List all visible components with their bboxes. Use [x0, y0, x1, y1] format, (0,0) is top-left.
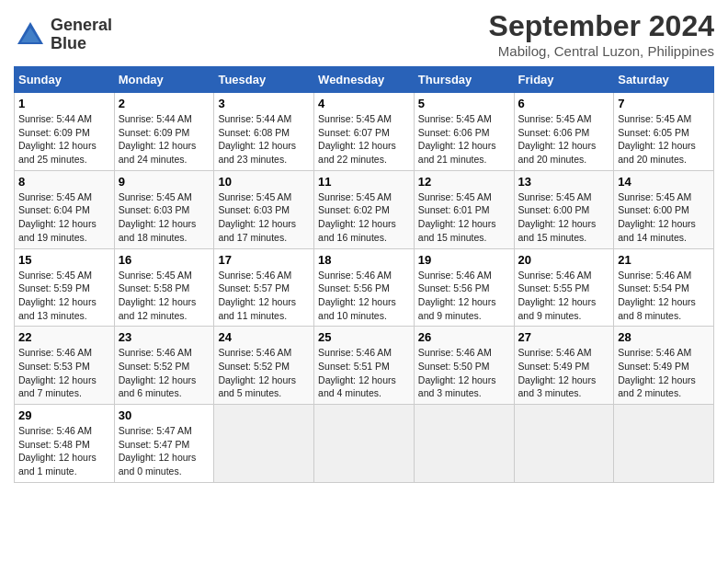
day-number: 13	[518, 175, 610, 189]
calendar-cell: 11Sunrise: 5:45 AMSunset: 6:02 PMDayligh…	[314, 170, 415, 248]
day-number: 4	[318, 97, 410, 110]
day-info: Sunrise: 5:45 AMSunset: 6:07 PMDaylight:…	[318, 112, 410, 167]
day-number: 30	[119, 408, 210, 422]
calendar-week-row: 1Sunrise: 5:44 AMSunset: 6:09 PMDaylight…	[15, 93, 714, 171]
calendar-cell: 24Sunrise: 5:46 AMSunset: 5:52 PMDayligh…	[214, 327, 314, 405]
logo-icon	[14, 18, 47, 52]
day-info: Sunrise: 5:45 AMSunset: 5:58 PMDaylight:…	[119, 269, 210, 323]
day-info: Sunrise: 5:45 AMSunset: 6:04 PMDaylight:…	[18, 190, 110, 245]
title-area: September 2024 Mabilog, Central Luzon, P…	[489, 9, 714, 59]
logo-text: General Blue	[51, 17, 112, 53]
day-info: Sunrise: 5:44 AMSunset: 6:09 PMDaylight:…	[119, 112, 210, 167]
day-info: Sunrise: 5:46 AMSunset: 5:56 PMDaylight:…	[418, 269, 510, 323]
calendar-cell: 3Sunrise: 5:44 AMSunset: 6:08 PMDaylight…	[214, 93, 314, 171]
day-number: 20	[518, 253, 610, 267]
day-info: Sunrise: 5:46 AMSunset: 5:55 PMDaylight:…	[518, 269, 610, 323]
calendar-cell: 14Sunrise: 5:45 AMSunset: 6:00 PMDayligh…	[614, 170, 714, 248]
header-cell-saturday: Saturday	[614, 67, 714, 93]
calendar-body: 1Sunrise: 5:44 AMSunset: 6:09 PMDaylight…	[15, 93, 714, 483]
calendar-cell: 8Sunrise: 5:45 AMSunset: 6:04 PMDaylight…	[15, 170, 115, 248]
day-info: Sunrise: 5:46 AMSunset: 5:50 PMDaylight:…	[418, 346, 510, 400]
day-number: 26	[418, 330, 510, 344]
subtitle: Mabilog, Central Luzon, Philippines	[489, 43, 714, 59]
day-info: Sunrise: 5:46 AMSunset: 5:48 PMDaylight:…	[18, 424, 110, 478]
day-number: 3	[218, 97, 310, 110]
day-info: Sunrise: 5:45 AMSunset: 6:00 PMDaylight:…	[618, 190, 710, 245]
calendar-cell: 25Sunrise: 5:46 AMSunset: 5:51 PMDayligh…	[314, 327, 415, 405]
calendar-cell: 26Sunrise: 5:46 AMSunset: 5:50 PMDayligh…	[414, 327, 514, 405]
calendar-week-row: 29Sunrise: 5:46 AMSunset: 5:48 PMDayligh…	[15, 405, 714, 483]
day-info: Sunrise: 5:46 AMSunset: 5:54 PMDaylight:…	[618, 269, 710, 323]
calendar-header-row: SundayMondayTuesdayWednesdayThursdayFrid…	[15, 67, 714, 93]
header-cell-monday: Monday	[114, 67, 214, 93]
day-number: 11	[318, 175, 410, 189]
calendar-cell: 13Sunrise: 5:45 AMSunset: 6:00 PMDayligh…	[514, 170, 614, 248]
header-cell-friday: Friday	[514, 67, 614, 93]
calendar-cell: 2Sunrise: 5:44 AMSunset: 6:09 PMDaylight…	[114, 93, 214, 171]
day-info: Sunrise: 5:44 AMSunset: 6:08 PMDaylight:…	[218, 112, 310, 167]
header-cell-tuesday: Tuesday	[214, 67, 314, 93]
logo: General Blue	[14, 17, 112, 53]
calendar-cell: 5Sunrise: 5:45 AMSunset: 6:06 PMDaylight…	[414, 93, 514, 171]
day-number: 29	[18, 408, 110, 422]
day-info: Sunrise: 5:46 AMSunset: 5:57 PMDaylight:…	[218, 269, 310, 323]
calendar-cell: 12Sunrise: 5:45 AMSunset: 6:01 PMDayligh…	[414, 170, 514, 248]
main-title: September 2024	[489, 9, 714, 43]
calendar-cell: 17Sunrise: 5:46 AMSunset: 5:57 PMDayligh…	[214, 248, 314, 327]
day-info: Sunrise: 5:45 AMSunset: 6:03 PMDaylight:…	[119, 190, 210, 245]
day-info: Sunrise: 5:46 AMSunset: 5:51 PMDaylight:…	[318, 346, 410, 400]
day-info: Sunrise: 5:46 AMSunset: 5:52 PMDaylight:…	[119, 346, 210, 400]
header-cell-sunday: Sunday	[15, 67, 115, 93]
day-info: Sunrise: 5:46 AMSunset: 5:53 PMDaylight:…	[18, 346, 110, 400]
calendar-table: SundayMondayTuesdayWednesdayThursdayFrid…	[14, 66, 714, 483]
calendar-cell: 18Sunrise: 5:46 AMSunset: 5:56 PMDayligh…	[314, 248, 415, 327]
day-number: 8	[18, 175, 110, 189]
day-info: Sunrise: 5:45 AMSunset: 6:05 PMDaylight:…	[618, 112, 710, 167]
day-number: 12	[418, 175, 510, 189]
day-number: 17	[218, 253, 310, 267]
day-info: Sunrise: 5:45 AMSunset: 6:06 PMDaylight:…	[418, 112, 510, 167]
calendar-week-row: 15Sunrise: 5:45 AMSunset: 5:59 PMDayligh…	[15, 248, 714, 327]
calendar-cell: 10Sunrise: 5:45 AMSunset: 6:03 PMDayligh…	[214, 170, 314, 248]
calendar-cell	[614, 405, 714, 483]
day-number: 2	[119, 97, 210, 110]
calendar-cell: 29Sunrise: 5:46 AMSunset: 5:48 PMDayligh…	[15, 405, 115, 483]
day-number: 19	[418, 253, 510, 267]
day-number: 14	[618, 175, 710, 189]
day-info: Sunrise: 5:46 AMSunset: 5:49 PMDaylight:…	[518, 346, 610, 400]
day-number: 18	[318, 253, 410, 267]
day-info: Sunrise: 5:45 AMSunset: 5:59 PMDaylight:…	[18, 269, 110, 323]
day-number: 16	[119, 253, 210, 267]
day-number: 22	[18, 330, 110, 344]
calendar-cell: 15Sunrise: 5:45 AMSunset: 5:59 PMDayligh…	[15, 248, 115, 327]
calendar-cell: 1Sunrise: 5:44 AMSunset: 6:09 PMDaylight…	[15, 93, 115, 171]
calendar-cell	[314, 405, 415, 483]
day-number: 15	[18, 253, 110, 267]
calendar-cell: 16Sunrise: 5:45 AMSunset: 5:58 PMDayligh…	[114, 248, 214, 327]
header-cell-thursday: Thursday	[414, 67, 514, 93]
day-number: 23	[119, 330, 210, 344]
calendar-week-row: 8Sunrise: 5:45 AMSunset: 6:04 PMDaylight…	[15, 170, 714, 248]
day-info: Sunrise: 5:45 AMSunset: 6:00 PMDaylight:…	[518, 190, 610, 245]
calendar-cell: 9Sunrise: 5:45 AMSunset: 6:03 PMDaylight…	[114, 170, 214, 248]
day-number: 27	[518, 330, 610, 344]
day-number: 10	[218, 175, 310, 189]
day-info: Sunrise: 5:46 AMSunset: 5:49 PMDaylight:…	[618, 346, 710, 400]
day-number: 21	[618, 253, 710, 267]
day-number: 24	[218, 330, 310, 344]
calendar-cell: 21Sunrise: 5:46 AMSunset: 5:54 PMDayligh…	[614, 248, 714, 327]
calendar-cell	[414, 405, 514, 483]
day-number: 7	[618, 97, 710, 110]
calendar-cell	[514, 405, 614, 483]
day-info: Sunrise: 5:45 AMSunset: 6:03 PMDaylight:…	[218, 190, 310, 245]
calendar-cell	[214, 405, 314, 483]
calendar-cell: 19Sunrise: 5:46 AMSunset: 5:56 PMDayligh…	[414, 248, 514, 327]
day-info: Sunrise: 5:45 AMSunset: 6:06 PMDaylight:…	[518, 112, 610, 167]
calendar-cell: 6Sunrise: 5:45 AMSunset: 6:06 PMDaylight…	[514, 93, 614, 171]
calendar-cell: 22Sunrise: 5:46 AMSunset: 5:53 PMDayligh…	[15, 327, 115, 405]
calendar-cell: 20Sunrise: 5:46 AMSunset: 5:55 PMDayligh…	[514, 248, 614, 327]
calendar-cell: 23Sunrise: 5:46 AMSunset: 5:52 PMDayligh…	[114, 327, 214, 405]
day-info: Sunrise: 5:46 AMSunset: 5:52 PMDaylight:…	[218, 346, 310, 400]
header-cell-wednesday: Wednesday	[314, 67, 415, 93]
day-number: 6	[518, 97, 610, 110]
